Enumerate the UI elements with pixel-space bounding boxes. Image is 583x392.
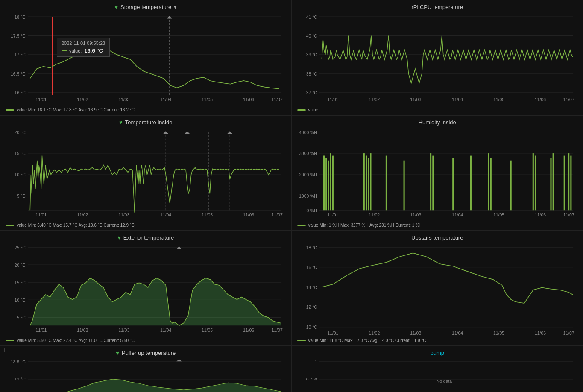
chart-area-storage: 18 °C 17.5 °C 17 °C 16.5 °C 16 °C 11/01 … bbox=[6, 12, 286, 107]
svg-marker-146 bbox=[30, 379, 281, 392]
svg-text:12 °C: 12 °C bbox=[306, 304, 317, 310]
svg-text:2000 %H: 2000 %H bbox=[299, 172, 317, 177]
svg-text:40 °C: 40 °C bbox=[306, 33, 317, 38]
panel-title-storage-temp: ♥ Storage temperature ▾ bbox=[6, 4, 286, 10]
title-text-humidity: Humidity inside bbox=[419, 119, 456, 126]
title-text-exterior: Exterior temperature bbox=[123, 234, 174, 241]
svg-text:11/04: 11/04 bbox=[452, 331, 463, 336]
svg-text:10 °C: 10 °C bbox=[15, 172, 26, 177]
svg-text:11/07: 11/07 bbox=[272, 327, 283, 332]
svg-text:5 °C: 5 °C bbox=[17, 315, 26, 320]
title-text-pump: pump bbox=[430, 350, 444, 356]
panel-title-rpi: rPi CPU temperature bbox=[297, 4, 578, 10]
svg-text:11/06: 11/06 bbox=[243, 327, 254, 332]
legend-line-storage bbox=[6, 109, 14, 111]
heart-icon-exterior: ♥ bbox=[117, 234, 121, 241]
panel-pump: pump 1 0.750 No data bbox=[292, 346, 583, 392]
svg-text:11/02: 11/02 bbox=[369, 331, 380, 336]
svg-text:11/05: 11/05 bbox=[493, 331, 504, 336]
svg-text:41 °C: 41 °C bbox=[306, 14, 317, 19]
panel-storage-temp: ♥ Storage temperature ▾ 18 °C 17.5 °C 17… bbox=[0, 0, 292, 115]
chart-svg-humidity: 4000 %H 3000 %H 2000 %H 1000 %H 0 %H 11/… bbox=[297, 127, 578, 222]
svg-marker-145 bbox=[176, 359, 182, 361]
svg-text:18 °C: 18 °C bbox=[306, 245, 317, 250]
svg-text:37 °C: 37 °C bbox=[306, 90, 317, 95]
svg-text:13 °C: 13 °C bbox=[15, 377, 26, 381]
svg-text:39 °C: 39 °C bbox=[306, 52, 317, 57]
svg-text:11/01: 11/01 bbox=[327, 212, 338, 217]
svg-text:20 °C: 20 °C bbox=[15, 129, 26, 135]
svg-text:17.5 °C: 17.5 °C bbox=[11, 33, 26, 38]
legend-rpi: value bbox=[297, 108, 578, 112]
legend-exterior: value Min: 5.50 °C Max: 22.4 °C Avg: 11.… bbox=[6, 338, 286, 343]
dashboard-grid: ♥ Storage temperature ▾ 18 °C 17.5 °C 17… bbox=[0, 0, 583, 392]
title-text-inside: Temperature inside bbox=[125, 119, 173, 126]
svg-text:11/06: 11/06 bbox=[243, 212, 254, 217]
svg-text:11/06: 11/06 bbox=[534, 212, 545, 217]
svg-marker-120 bbox=[176, 246, 182, 249]
heart-icon-storage: ♥ bbox=[114, 4, 118, 10]
panel-humidity: Humidity inside 4000 %H 3000 %H 2000 %H … bbox=[292, 115, 583, 231]
chart-area-humidity: 4000 %H 3000 %H 2000 %H 1000 %H 0 %H 11/… bbox=[297, 127, 578, 222]
chart-svg-upstairs: 18 °C 16 °C 14 °C 12 °C 10 °C 11/01 11/0… bbox=[297, 243, 578, 337]
svg-text:13.5 °C: 13.5 °C bbox=[11, 360, 26, 364]
svg-text:11/02: 11/02 bbox=[77, 212, 88, 217]
svg-text:15 °C: 15 °C bbox=[15, 151, 26, 156]
dropdown-icon[interactable]: ▾ bbox=[174, 4, 177, 10]
svg-text:11/07: 11/07 bbox=[272, 212, 283, 217]
svg-marker-121 bbox=[30, 278, 281, 325]
legend-line-upstairs bbox=[297, 340, 306, 341]
svg-text:11/07: 11/07 bbox=[563, 97, 574, 102]
svg-text:11/03: 11/03 bbox=[118, 327, 129, 332]
chart-area-inside: 20 °C 15 °C 10 °C 5 °C 11/01 11/02 11/03… bbox=[6, 127, 286, 222]
legend-line-exterior bbox=[6, 340, 14, 341]
svg-text:11/05: 11/05 bbox=[493, 212, 504, 217]
legend-text-exterior: value Min: 5.50 °C Max: 22.4 °C Avg: 11.… bbox=[17, 338, 135, 343]
svg-text:11/06: 11/06 bbox=[534, 331, 545, 336]
svg-text:16 °C: 16 °C bbox=[15, 90, 26, 95]
chart-area-upstairs: 18 °C 16 °C 14 °C 12 °C 10 °C 11/01 11/0… bbox=[297, 243, 578, 337]
panel-upstairs-temp: Upstairs temperature 18 °C 16 °C 14 °C 1… bbox=[292, 231, 583, 346]
svg-text:18 °C: 18 °C bbox=[15, 14, 26, 19]
chart-area-exterior: 25 °C 20 °C 15 °C 10 °C 5 °C 11/01 11/02… bbox=[6, 243, 286, 337]
svg-marker-57 bbox=[163, 131, 169, 134]
svg-text:11/03: 11/03 bbox=[118, 212, 129, 217]
svg-text:11/03: 11/03 bbox=[118, 97, 129, 102]
svg-text:11/04: 11/04 bbox=[160, 97, 171, 102]
svg-text:25 °C: 25 °C bbox=[15, 245, 26, 250]
svg-text:11/04: 11/04 bbox=[160, 212, 171, 217]
svg-text:11/04: 11/04 bbox=[452, 212, 463, 217]
title-text-rpi: rPi CPU temperature bbox=[411, 4, 463, 10]
panel-title-upstairs: Upstairs temperature bbox=[297, 234, 578, 241]
svg-text:11/03: 11/03 bbox=[410, 331, 421, 336]
legend-inside: value Min: 6.40 °C Max: 15.7 °C Avg: 13.… bbox=[6, 223, 286, 228]
legend-line-inside bbox=[6, 225, 14, 226]
legend-text-humidity: value Min: 1 %H Max: 3277 %H Avg: 231 %H… bbox=[308, 223, 423, 228]
svg-text:11/03: 11/03 bbox=[410, 97, 421, 102]
panel-temp-inside: ♥ Temperature inside 20 °C 15 °C 10 °C 5… bbox=[0, 115, 292, 231]
svg-text:11/07: 11/07 bbox=[272, 97, 283, 102]
chart-svg-storage: 18 °C 17.5 °C 17 °C 16.5 °C 16 °C 11/01 … bbox=[6, 12, 286, 107]
svg-text:11/07: 11/07 bbox=[563, 331, 574, 336]
svg-text:11/01: 11/01 bbox=[327, 97, 338, 102]
svg-text:14 °C: 14 °C bbox=[306, 284, 317, 290]
panel-rpi-cpu: rPi CPU temperature 41 °C 40 °C 39 °C 38… bbox=[292, 0, 583, 115]
legend-line-humidity bbox=[297, 225, 306, 226]
title-text-puffer: Puffer up temperature bbox=[122, 350, 176, 356]
svg-text:10 °C: 10 °C bbox=[306, 325, 317, 330]
svg-text:38 °C: 38 °C bbox=[306, 71, 317, 76]
title-text-storage: Storage temperature bbox=[120, 4, 171, 10]
legend-text-inside: value Min: 6.40 °C Max: 15.7 °C Avg: 13.… bbox=[17, 223, 135, 228]
legend-text-storage: value Min: 16.1 °C Max: 17.8 °C Avg: 16.… bbox=[17, 108, 135, 112]
svg-text:15 °C: 15 °C bbox=[15, 280, 26, 285]
svg-text:11/04: 11/04 bbox=[452, 97, 463, 102]
svg-text:3000 %H: 3000 %H bbox=[299, 151, 317, 156]
legend-humidity: value Min: 1 %H Max: 3277 %H Avg: 231 %H… bbox=[297, 223, 578, 228]
svg-text:11/05: 11/05 bbox=[202, 212, 213, 217]
svg-marker-58 bbox=[185, 131, 190, 134]
svg-text:11/01: 11/01 bbox=[35, 97, 47, 102]
title-text-upstairs: Upstairs temperature bbox=[411, 234, 463, 241]
panel-exterior-temp: ♥ Exterior temperature 25 °C 20 °C 15 °C… bbox=[0, 231, 292, 346]
chart-area-puffer: 13.5 °C 13 °C bbox=[6, 358, 286, 392]
svg-text:11/07: 11/07 bbox=[563, 212, 574, 217]
